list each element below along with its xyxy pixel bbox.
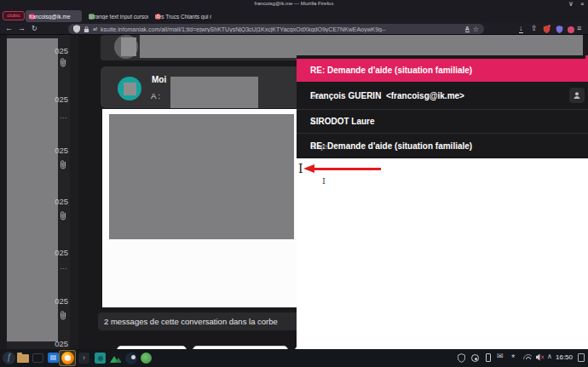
window-minimize-icon[interactable]: ∨ bbox=[568, 0, 574, 8]
contacts-button[interactable] bbox=[569, 88, 585, 103]
tab-les-trucs-chiants[interactable]: C Les Trucs Chiants qui rend × bbox=[152, 10, 211, 22]
lock-icon[interactable] bbox=[84, 26, 89, 33]
forward-icon[interactable]: → bbox=[18, 24, 26, 32]
navigation-toolbar: ← → ↻ af ksuite.infomaniak.com/all/mail/… bbox=[0, 23, 588, 35]
list-item-date[interactable]: 025 bbox=[51, 197, 68, 206]
compose-subject-header: RE: Demande d'aide (situation familiale) bbox=[297, 59, 588, 82]
person-icon bbox=[573, 91, 581, 100]
show-desktop-button[interactable] bbox=[578, 353, 585, 362]
list-item-date[interactable]: 025 bbox=[51, 296, 68, 306]
compose-to-field[interactable]: À : SIRODOT Laure bbox=[297, 110, 588, 134]
url-bar[interactable]: af ksuite.infomaniak.com/all/mail/1;tid=… bbox=[68, 24, 484, 34]
firefox-icon[interactable] bbox=[61, 352, 74, 364]
left-rail bbox=[0, 35, 7, 349]
redaction-block-avatar bbox=[124, 83, 136, 95]
subject-value: RE: Demande d'aide (situation familiale) bbox=[310, 141, 472, 151]
tray-shield-icon[interactable] bbox=[458, 353, 465, 363]
sender-name: Moi bbox=[152, 75, 166, 84]
text-caret: I bbox=[298, 162, 303, 175]
list-item-date[interactable]: 025 bbox=[51, 339, 68, 348]
tray-mail-icon[interactable]: ✉ bbox=[497, 352, 504, 360]
file-manager-icon[interactable] bbox=[17, 354, 29, 363]
taskbar-clock[interactable]: 16:50 bbox=[556, 353, 573, 361]
os-taskbar: ƒ › ✉ * ∧ 16:50 bbox=[0, 349, 588, 367]
redaction-block-body bbox=[109, 114, 294, 239]
plant-app-icon[interactable] bbox=[141, 353, 152, 364]
tray-brightness-icon[interactable]: * bbox=[511, 353, 515, 363]
list-item-date[interactable]: 025 bbox=[51, 46, 68, 55]
tray-circle-icon[interactable] bbox=[471, 354, 479, 362]
conversation-note: 2 messages de cette conversation dans la… bbox=[104, 317, 278, 326]
tab-label: Les Trucs Chiants qui rend bbox=[155, 14, 211, 20]
terminal-icon[interactable] bbox=[32, 353, 43, 363]
desktop-screen: francoisg@ik.me — Mozilla Firefox ∨ × cl… bbox=[0, 0, 588, 367]
compose-overlay: RE: Demande d'aide (situation familiale)… bbox=[297, 55, 588, 351]
redaction-block-header bbox=[140, 35, 583, 58]
list-item-date[interactable]: 025 bbox=[51, 248, 68, 257]
to-value: SIRODOT Laure bbox=[310, 117, 375, 126]
list-item-date[interactable]: 025 bbox=[51, 95, 68, 104]
app-launcher-icon[interactable]: ƒ bbox=[3, 352, 15, 364]
bookmark-star-icon[interactable]: ☆ bbox=[473, 26, 479, 33]
taskbar-expand-icon[interactable]: › bbox=[78, 353, 89, 364]
hamburger-menu-icon[interactable]: ≡ bbox=[577, 24, 581, 32]
tab-strange-cursor[interactable]: Strange text input cursor - × bbox=[85, 10, 148, 22]
compose-subject-field[interactable]: Objet : RE: Demande d'aide (situation fa… bbox=[297, 134, 588, 158]
blue-app-icon[interactable] bbox=[48, 353, 59, 363]
window-titlebar: francoisg@ik.me — Mozilla Firefox ∨ × bbox=[0, 0, 588, 9]
tab-bar: clubic francoisg@ik.me × Strange text in… bbox=[0, 9, 588, 23]
window-title: francoisg@ik.me — Mozilla Firefox bbox=[0, 1, 588, 6]
page-action-badge: af bbox=[93, 26, 97, 32]
mountain-app-icon[interactable] bbox=[110, 353, 121, 363]
annotation-arrow-shaft bbox=[314, 168, 381, 170]
extension-badge bbox=[548, 25, 551, 27]
compose-body-input[interactable]: I I bbox=[297, 158, 588, 351]
compose-from-field[interactable]: De : François GUERIN <francoisg@ik.me> bbox=[297, 82, 588, 110]
redaction-block-avatar bbox=[121, 37, 136, 56]
url-text[interactable]: ksuite.infomaniak.com/all/mail/1;tid=ejw… bbox=[101, 26, 462, 32]
extension-pink-icon[interactable] bbox=[568, 26, 574, 33]
tab-close-icon[interactable]: × bbox=[89, 14, 92, 20]
list-item-date[interactable]: 025 bbox=[51, 146, 68, 155]
tab-close-icon[interactable]: × bbox=[29, 14, 32, 20]
list-divider bbox=[70, 35, 78, 349]
container-tab-pill[interactable]: clubic bbox=[3, 11, 25, 20]
ellipsis-marker: … bbox=[60, 262, 67, 271]
share-icon[interactable]: ⇧ bbox=[531, 24, 538, 32]
teal-app-icon[interactable] bbox=[95, 353, 106, 364]
tab-close-icon[interactable]: × bbox=[155, 14, 159, 20]
redaction-block-recipient bbox=[170, 77, 258, 108]
tab-webmail[interactable]: francoisg@ik.me × bbox=[26, 10, 82, 22]
extension-blue-shield-icon[interactable] bbox=[556, 26, 563, 33]
from-value: François GUERIN <francoisg@ik.me> bbox=[310, 91, 464, 100]
to-label: A : bbox=[151, 91, 160, 100]
wifi-icon[interactable] bbox=[523, 354, 532, 359]
tray-expand-icon[interactable]: ∧ bbox=[547, 353, 552, 360]
translate-icon[interactable]: A bbox=[465, 26, 470, 32]
volume-muted-icon[interactable] bbox=[535, 353, 545, 361]
mouse-ibeam-cursor: I bbox=[322, 176, 326, 186]
back-icon[interactable]: ← bbox=[5, 24, 13, 32]
reload-icon[interactable]: ↻ bbox=[32, 25, 37, 32]
steam-icon[interactable] bbox=[125, 353, 137, 364]
shield-icon[interactable] bbox=[73, 25, 80, 33]
tab-label: francoisg@ik.me bbox=[29, 14, 71, 20]
window-close-icon[interactable]: × bbox=[580, 0, 585, 8]
ellipsis-marker: … bbox=[60, 112, 67, 120]
tray-phone-icon[interactable] bbox=[486, 353, 491, 362]
tab-label: Strange text input cursor - bbox=[89, 14, 148, 20]
downloads-icon[interactable]: ↓ bbox=[519, 24, 523, 33]
redaction-block-list bbox=[7, 38, 58, 341]
